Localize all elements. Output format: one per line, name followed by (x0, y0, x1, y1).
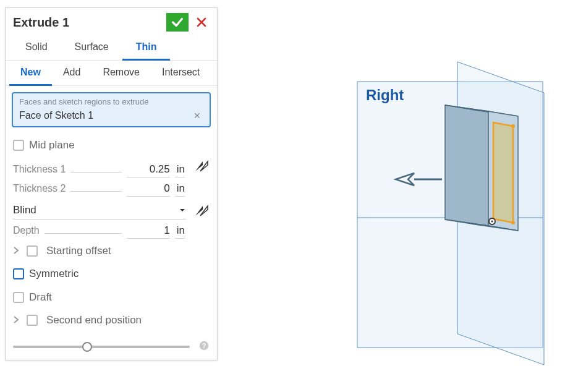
draft-checkbox[interactable] (13, 292, 24, 303)
direction-flip[interactable] (193, 204, 210, 218)
tab-thin[interactable]: Thin (122, 35, 171, 61)
close-icon (196, 17, 207, 28)
selection-value-row: Face of Sketch 1 ✕ (19, 110, 203, 121)
tab-new[interactable]: New (9, 61, 52, 86)
thickness1-label: Thickness 1 (13, 164, 66, 175)
svg-point-9 (511, 221, 515, 224)
second-end-row: Second end position (6, 309, 217, 331)
flip-icon (194, 205, 209, 217)
depth-input[interactable] (127, 223, 170, 239)
end-type-select[interactable]: Blind (13, 202, 186, 219)
symmetric-label: Symmetric (29, 268, 79, 280)
help-icon: ? (198, 340, 210, 351)
thickness2-row: Thickness 2 in (6, 179, 217, 198)
thickness1-unit: in (175, 162, 185, 177)
selection-hint: Faces and sketch regions to extrude (19, 97, 203, 106)
thickness1-flip[interactable] (193, 160, 210, 173)
symmetric-row: Symmetric (6, 262, 217, 286)
tab-solid[interactable]: Solid (12, 35, 61, 60)
panel-title: Extrude 1 (13, 15, 69, 30)
depth-label: Depth (13, 225, 40, 236)
header-actions (166, 13, 210, 32)
midplane-checkbox[interactable] (13, 140, 24, 151)
extruded-body[interactable] (445, 105, 518, 231)
selection-box[interactable]: Faces and sketch regions to extrude Face… (12, 92, 211, 127)
depth-row: Depth in (6, 221, 217, 240)
svg-marker-3 (445, 105, 488, 226)
chevron-down-icon (179, 207, 186, 214)
opacity-slider[interactable] (13, 346, 190, 348)
chevron-right-icon (13, 316, 19, 323)
starting-offset-expand[interactable] (13, 246, 23, 256)
starting-offset-label: Starting offset (46, 245, 111, 257)
midplane-row: Mid plane (6, 134, 217, 157)
selection-clear[interactable]: ✕ (191, 111, 203, 121)
cancel-button[interactable] (193, 13, 210, 32)
end-type-row: Blind (6, 198, 217, 221)
svg-text:?: ? (202, 342, 206, 349)
thickness2-input[interactable] (127, 181, 170, 197)
thickness1-row: Thickness 1 in (6, 157, 217, 179)
midplane-label: Mid plane (29, 139, 75, 151)
end-type-value: Blind (13, 204, 36, 216)
thickness2-label: Thickness 2 (13, 183, 66, 194)
plane-label: Right (366, 87, 404, 103)
operation-tabs: New Add Remove Intersect (6, 61, 217, 86)
slider-thumb[interactable] (82, 342, 92, 352)
tab-surface[interactable]: Surface (61, 35, 122, 60)
tab-remove[interactable]: Remove (91, 61, 151, 85)
second-end-expand[interactable] (13, 315, 23, 325)
panel-header: Extrude 1 (6, 8, 217, 35)
draft-row: Draft (6, 286, 217, 309)
type-tabs: Solid Surface Thin (6, 35, 217, 61)
symmetric-checkbox[interactable] (13, 268, 24, 279)
selected-face[interactable] (493, 122, 513, 223)
thickness1-input[interactable] (127, 162, 170, 177)
tab-intersect[interactable]: Intersect (151, 61, 211, 85)
starting-offset-row: Starting offset (6, 240, 217, 262)
check-icon (171, 15, 184, 29)
viewport-canvas: Right (223, 0, 565, 392)
thickness2-unit: in (175, 181, 185, 197)
svg-point-7 (491, 221, 493, 223)
extrude-panel: Extrude 1 Solid Surface Thin New Add Rem… (5, 7, 218, 360)
flip-icon (194, 160, 209, 173)
panel-footer: ? (6, 331, 217, 360)
3d-viewport[interactable]: Right (223, 0, 565, 392)
confirm-button[interactable] (166, 13, 189, 32)
svg-point-8 (511, 124, 515, 128)
depth-unit: in (175, 223, 185, 239)
draft-label: Draft (29, 291, 52, 304)
second-end-checkbox[interactable] (27, 315, 38, 326)
chevron-right-icon (13, 247, 19, 254)
starting-offset-checkbox[interactable] (27, 245, 38, 257)
tab-add[interactable]: Add (52, 61, 91, 85)
help-button[interactable]: ? (198, 340, 210, 354)
second-end-label: Second end position (46, 314, 142, 326)
selection-value: Face of Sketch 1 (19, 110, 93, 121)
